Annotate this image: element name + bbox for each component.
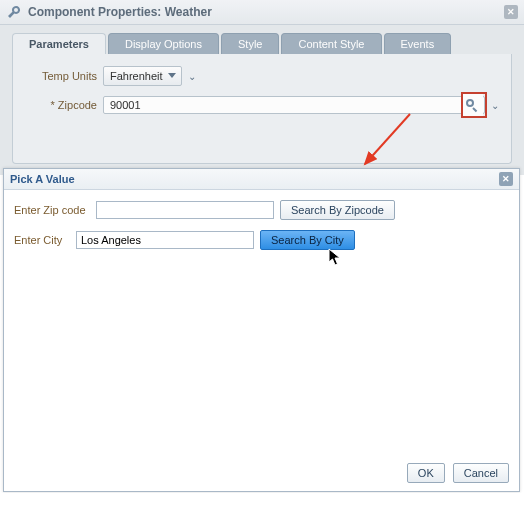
chevron-down-icon[interactable]: ⌄ (491, 100, 499, 111)
zip-input[interactable] (96, 201, 274, 219)
temp-units-select[interactable]: Fahrenheit (103, 66, 182, 86)
dialog-body: Enter Zip code Search By Zipcode Enter C… (4, 190, 519, 270)
zipcode-row: * Zipcode ⌄ (25, 96, 499, 114)
cancel-button[interactable]: Cancel (453, 463, 509, 483)
tab-events[interactable]: Events (384, 33, 452, 54)
panel-titlebar: Component Properties: Weather ✕ (0, 0, 524, 25)
enter-city-row: Enter City Search By City (14, 230, 509, 250)
tab-display-options[interactable]: Display Options (108, 33, 219, 54)
tab-parameters[interactable]: Parameters (12, 33, 106, 54)
temp-units-label: Temp Units (25, 70, 97, 82)
enter-zip-row: Enter Zip code Search By Zipcode (14, 200, 509, 220)
search-icon (466, 99, 479, 112)
page-margin (0, 493, 524, 525)
pick-a-value-dialog: Pick A Value ✕ Enter Zip code Search By … (3, 168, 520, 492)
wrench-icon (6, 4, 22, 20)
dialog-titlebar: Pick A Value ✕ (4, 169, 519, 190)
tab-strip: Parameters Display Options Style Content… (0, 25, 524, 54)
component-properties-panel: Component Properties: Weather ✕ Paramete… (0, 0, 524, 175)
parameters-body: Temp Units Fahrenheit ⌄ * Zipcode ⌄ (12, 54, 512, 164)
zipcode-lookup-button[interactable] (461, 94, 483, 116)
chevron-down-icon[interactable]: ⌄ (188, 71, 196, 82)
search-by-zipcode-button[interactable]: Search By Zipcode (280, 200, 395, 220)
close-icon[interactable]: ✕ (499, 172, 513, 186)
close-icon[interactable]: ✕ (504, 5, 518, 19)
enter-zip-label: Enter Zip code (14, 204, 90, 216)
city-input[interactable] (76, 231, 254, 249)
tab-content-style[interactable]: Content Style (281, 33, 381, 54)
search-by-city-button[interactable]: Search By City (260, 230, 355, 250)
enter-city-label: Enter City (14, 234, 70, 246)
panel-title: Component Properties: Weather (28, 5, 212, 19)
zipcode-input[interactable] (103, 96, 485, 114)
tab-style[interactable]: Style (221, 33, 279, 54)
temp-units-value: Fahrenheit (110, 70, 163, 82)
temp-units-row: Temp Units Fahrenheit ⌄ (25, 66, 499, 86)
zipcode-label: * Zipcode (25, 99, 97, 111)
zipcode-input-wrap (103, 96, 485, 114)
dialog-footer: OK Cancel (407, 463, 509, 483)
ok-button[interactable]: OK (407, 463, 445, 483)
dialog-title: Pick A Value (10, 173, 75, 185)
